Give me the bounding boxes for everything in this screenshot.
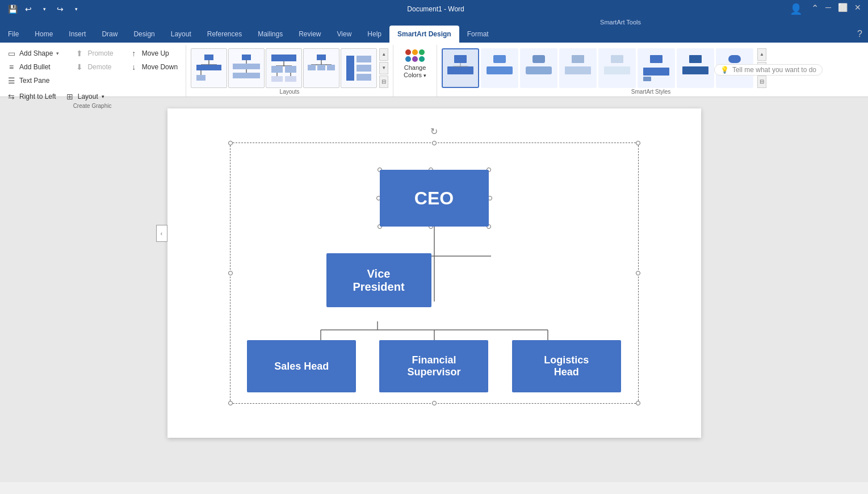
svg-rect-53 [620, 66, 630, 74]
svg-rect-13 [271, 55, 296, 61]
color-dot-orange [412, 49, 418, 55]
svg-rect-50 [611, 55, 623, 63]
tab-insert[interactable]: Insert [61, 26, 94, 43]
layout-item-5[interactable] [341, 48, 377, 88]
logistics-head-box[interactable]: LogisticsHead [512, 340, 621, 392]
tab-references[interactable]: References [199, 26, 250, 43]
handle-tm[interactable] [432, 141, 437, 145]
color-dot-purple [412, 56, 418, 62]
ribbon-toggle-icon[interactable]: ⌃ [811, 3, 819, 15]
text-pane-button[interactable]: ☰ Text Pane [3, 74, 62, 87]
smartart-style-5[interactable] [598, 48, 636, 88]
layout-item-1[interactable] [191, 48, 227, 88]
tab-format[interactable]: Format [459, 26, 497, 43]
collapse-handle[interactable]: ‹ [156, 225, 167, 242]
handle-tr[interactable] [636, 141, 640, 145]
tab-mailings[interactable]: Mailings [250, 26, 291, 43]
layout-dropdown-icon[interactable]: ▾ [102, 94, 104, 99]
add-bullet-button[interactable]: ≡ Add Bullet [3, 61, 62, 73]
qat-dropdown-icon[interactable]: ▾ [70, 3, 82, 15]
smartart-style-4[interactable] [559, 48, 597, 88]
demote-label: Demote [87, 63, 111, 71]
minimize-icon[interactable]: ─ [825, 3, 831, 15]
svg-rect-25 [308, 65, 316, 70]
svg-rect-49 [581, 66, 591, 74]
layout-item-2[interactable] [228, 48, 265, 88]
redo-icon[interactable]: ↪ [54, 3, 66, 15]
layout-item-3[interactable] [266, 48, 302, 88]
lightbulb-icon: 💡 [720, 66, 729, 74]
change-colors-button[interactable]: ChangeColors ▾ [399, 47, 431, 81]
handle-tl[interactable] [228, 141, 233, 145]
move-down-button[interactable]: ↓ Move Down [126, 61, 181, 73]
handle-br[interactable] [636, 401, 640, 405]
layout-scroll-down[interactable]: ▼ [379, 62, 388, 74]
layout-icon: ⊞ [65, 92, 74, 101]
smartart-style-1[interactable] [442, 48, 479, 88]
tab-file[interactable]: File [0, 26, 27, 43]
handle-bm[interactable] [432, 401, 437, 405]
svg-rect-27 [327, 65, 335, 70]
add-shape-button[interactable]: ▭ Add Shape ▾ [3, 47, 62, 60]
tell-me-bar[interactable]: 💡 Tell me what you want to do [714, 64, 823, 76]
layout-item-4[interactable] [303, 48, 339, 88]
smartart-container[interactable]: ↻ [230, 143, 639, 404]
layouts-group: ▲ ▼ ⊟ Layouts [186, 45, 393, 97]
color-dots [405, 49, 425, 62]
smartart-style-7[interactable] [677, 48, 714, 88]
svg-rect-62 [698, 66, 708, 74]
styles-scroll-more[interactable]: ⊟ [757, 76, 766, 88]
right-to-left-icon: ⇆ [7, 92, 16, 101]
sales-head-box[interactable]: Sales Head [247, 340, 356, 392]
tab-smartart-design[interactable]: SmartArt Design [389, 26, 459, 43]
tab-review[interactable]: Review [291, 26, 329, 43]
svg-rect-58 [643, 77, 651, 81]
move-up-icon: ↑ [129, 49, 139, 58]
svg-rect-63 [728, 55, 741, 63]
tab-view[interactable]: View [329, 26, 360, 43]
smartart-style-2[interactable] [481, 48, 518, 88]
layout-scroll-up[interactable]: ▲ [379, 48, 388, 61]
svg-rect-0 [204, 55, 213, 60]
styles-scroll-up[interactable]: ▲ [757, 48, 766, 61]
color-dot-red [405, 49, 411, 55]
layout-btn[interactable]: ⊞ Layout ▾ [62, 90, 108, 103]
handle-mr[interactable] [636, 271, 640, 275]
ceo-box[interactable]: CEO [380, 170, 489, 227]
svg-rect-3 [196, 65, 206, 70]
change-colors-group: ChangeColors ▾ [393, 45, 437, 97]
rotate-handle[interactable]: ↻ [429, 125, 440, 137]
close-icon[interactable]: ✕ [854, 3, 861, 15]
tab-help[interactable]: Help [359, 26, 389, 43]
smartart-style-6[interactable] [638, 48, 675, 88]
undo-icon[interactable]: ↩ [23, 3, 34, 15]
layout-scroll-more[interactable]: ⊟ [379, 76, 388, 88]
svg-rect-35 [463, 66, 473, 74]
save-icon[interactable]: 💾 [7, 3, 18, 15]
text-pane-icon: ☰ [7, 76, 16, 85]
svg-rect-22 [317, 55, 326, 60]
undo-dropdown-icon[interactable]: ▾ [39, 3, 50, 15]
tab-draw[interactable]: Draw [94, 26, 125, 43]
right-to-left-button[interactable]: ⇆ Right to Left [3, 90, 60, 103]
demote-button[interactable]: ⬇ Demote [72, 61, 116, 73]
add-shape-dropdown-icon[interactable]: ▾ [56, 51, 59, 56]
handle-bl[interactable] [228, 401, 233, 405]
promote-button[interactable]: ⬆ Promote [72, 47, 116, 60]
smartart-style-3[interactable] [520, 48, 557, 88]
financial-supervisor-box[interactable]: FinancialSupervisor [379, 340, 488, 392]
add-bullet-icon: ≡ [7, 62, 16, 72]
svg-rect-26 [317, 65, 325, 70]
tab-layout[interactable]: Layout [163, 26, 199, 43]
restore-icon[interactable]: ⬜ [838, 3, 848, 15]
layouts-row: ▲ ▼ ⊟ [191, 47, 388, 89]
help-question-icon[interactable]: ? [857, 29, 862, 39]
user-icon[interactable]: 👤 [790, 3, 802, 15]
tab-design[interactable]: Design [125, 26, 162, 43]
svg-rect-20 [271, 76, 283, 82]
tab-home[interactable]: Home [27, 26, 61, 43]
handle-ml[interactable] [228, 271, 233, 275]
move-up-button[interactable]: ↑ Move Up [126, 47, 181, 60]
window-controls: 👤 ⌃ ─ ⬜ ✕ [790, 3, 861, 15]
vp-box[interactable]: VicePresident [326, 253, 431, 307]
